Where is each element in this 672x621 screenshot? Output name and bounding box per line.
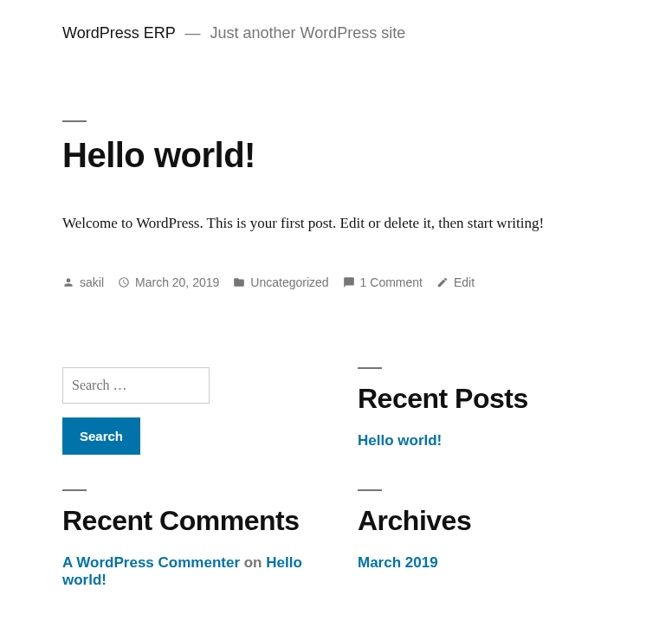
- site-header: WordPress ERP — Just another WordPress s…: [62, 24, 610, 42]
- search-input[interactable]: [62, 367, 210, 404]
- meta-date: March 20, 2019: [118, 275, 219, 289]
- folder-icon: [233, 276, 245, 288]
- author-link[interactable]: sakil: [80, 275, 104, 289]
- tagline-dash: —: [184, 24, 200, 42]
- meta-edit: Edit: [436, 275, 475, 289]
- recent-comment-item: A WordPress Commenter on Hello world!: [62, 554, 314, 589]
- clock-icon: [118, 276, 130, 288]
- post-meta: sakil March 20, 2019 Uncategorized 1 Com…: [62, 275, 610, 289]
- recent-posts-title: Recent Posts: [358, 383, 610, 415]
- comment-icon: [343, 276, 355, 288]
- widgets-area: Search Recent Posts Hello world! Recent …: [62, 367, 610, 589]
- post-content: Welcome to WordPress. This is your first…: [62, 215, 610, 232]
- post-divider: [62, 120, 87, 122]
- search-widget: Search: [62, 367, 314, 455]
- widget-divider: [358, 489, 382, 491]
- recent-post-link[interactable]: Hello world!: [358, 432, 442, 449]
- widget-divider: [358, 367, 382, 369]
- comments-link[interactable]: 1 Comment: [360, 275, 423, 289]
- recent-posts-widget: Recent Posts Hello world!: [358, 367, 610, 455]
- archives-title: Archives: [358, 505, 610, 537]
- recent-comments-title: Recent Comments: [62, 505, 314, 537]
- edit-icon: [436, 276, 449, 288]
- archive-link[interactable]: March 2019: [358, 554, 438, 571]
- category-link[interactable]: Uncategorized: [250, 275, 328, 289]
- post-title[interactable]: Hello world!: [62, 136, 610, 175]
- archives-widget: Archives March 2019: [358, 489, 610, 589]
- post: Hello world! Welcome to WordPress. This …: [62, 120, 610, 289]
- site-tagline: Just another WordPress site: [210, 24, 405, 42]
- meta-comments: 1 Comment: [343, 275, 423, 289]
- search-button[interactable]: Search: [62, 417, 140, 455]
- edit-link[interactable]: Edit: [454, 275, 475, 289]
- meta-category: Uncategorized: [233, 275, 328, 289]
- date-link[interactable]: March 20, 2019: [135, 275, 219, 289]
- comment-author-link[interactable]: A WordPress Commenter: [62, 554, 240, 571]
- recent-comments-widget: Recent Comments A WordPress Commenter on…: [62, 489, 314, 589]
- meta-author: sakil: [62, 275, 104, 289]
- person-icon: [62, 276, 74, 288]
- comment-on-text: on: [240, 554, 266, 571]
- widget-divider: [62, 489, 87, 491]
- site-title-link[interactable]: WordPress ERP: [62, 24, 175, 42]
